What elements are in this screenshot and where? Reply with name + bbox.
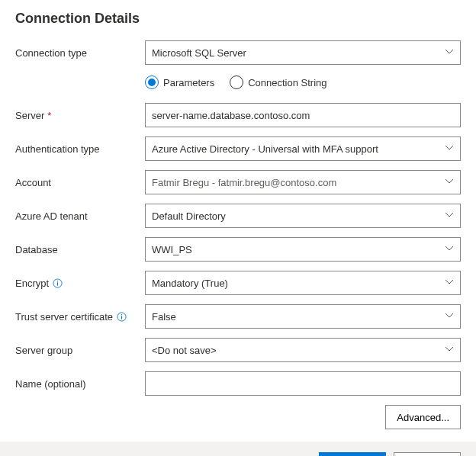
auth-type-value: Azure Active Directory - Universal with … <box>152 143 378 155</box>
chevron-down-icon <box>445 143 454 155</box>
trust-cert-select[interactable]: False <box>145 304 461 329</box>
radio-connection-string-label: Connection String <box>248 77 326 88</box>
name-input[interactable] <box>145 371 461 396</box>
advanced-button[interactable]: Advanced... <box>385 405 461 429</box>
svg-rect-5 <box>121 316 122 319</box>
chevron-down-icon <box>445 177 454 188</box>
required-mark: * <box>47 110 51 121</box>
chevron-down-icon <box>445 311 454 323</box>
chevron-down-icon <box>445 345 454 356</box>
svg-point-1 <box>56 280 57 281</box>
row-server: Server * <box>15 103 461 127</box>
chevron-down-icon <box>445 244 454 255</box>
connection-details-panel: Connection Details Connection type Micro… <box>0 0 476 429</box>
account-select[interactable]: Fatmir Bregu - fatmir.bregu@contoso.com <box>145 170 461 194</box>
tenant-select[interactable]: Default Directory <box>145 204 461 228</box>
info-icon[interactable] <box>116 311 127 322</box>
database-value: WWI_PS <box>152 244 192 255</box>
row-trust-cert: Trust server certificate False <box>15 304 461 329</box>
radio-icon <box>145 75 159 89</box>
label-encrypt-text: Encrypt <box>15 278 49 289</box>
connection-type-value: Microsoft SQL Server <box>152 47 246 59</box>
radio-icon <box>230 75 243 89</box>
tenant-value: Default Directory <box>152 210 226 222</box>
cancel-button[interactable]: Cancel <box>394 452 461 456</box>
chevron-down-icon <box>445 47 454 59</box>
input-mode-radio-group: Parameters Connection String <box>145 74 461 94</box>
label-tenant: Azure AD tenant <box>15 210 145 222</box>
row-name: Name (optional) <box>15 371 461 396</box>
server-group-value: <Do not save> <box>152 345 217 356</box>
chevron-down-icon <box>445 278 454 289</box>
server-input[interactable] <box>145 103 461 127</box>
label-server-group: Server group <box>15 345 145 356</box>
row-database: Database WWI_PS <box>15 237 461 262</box>
encrypt-select[interactable]: Mandatory (True) <box>145 271 461 295</box>
row-tenant: Azure AD tenant Default Directory <box>15 204 461 228</box>
row-input-mode: Parameters Connection String <box>15 74 461 94</box>
label-server-text: Server <box>15 110 44 121</box>
row-encrypt: Encrypt Mandatory (True) <box>15 271 461 295</box>
label-database: Database <box>15 244 145 255</box>
page-title: Connection Details <box>15 11 461 27</box>
svg-rect-2 <box>57 282 58 285</box>
row-auth-type: Authentication type Azure Active Directo… <box>15 136 461 161</box>
label-name: Name (optional) <box>15 378 145 390</box>
label-connection-type: Connection type <box>15 47 145 59</box>
label-account: Account <box>15 177 145 188</box>
chevron-down-icon <box>445 210 454 222</box>
radio-parameters[interactable]: Parameters <box>145 75 214 89</box>
dialog-footer: Connect Cancel <box>0 442 476 456</box>
radio-connection-string[interactable]: Connection String <box>230 75 326 89</box>
label-auth-type: Authentication type <box>15 143 145 155</box>
trust-cert-value: False <box>152 311 176 323</box>
info-icon[interactable] <box>52 278 63 288</box>
encrypt-value: Mandatory (True) <box>152 278 228 289</box>
server-group-select[interactable]: <Do not save> <box>145 338 461 362</box>
connection-type-select[interactable]: Microsoft SQL Server <box>145 40 461 65</box>
svg-point-4 <box>121 313 121 314</box>
label-trust-cert: Trust server certificate <box>15 311 145 323</box>
label-server: Server * <box>15 110 145 121</box>
label-trust-cert-text: Trust server certificate <box>15 311 113 323</box>
row-server-group: Server group <Do not save> <box>15 338 461 362</box>
row-advanced: Advanced... <box>15 405 461 429</box>
account-value: Fatmir Bregu - fatmir.bregu@contoso.com <box>152 177 336 188</box>
row-account: Account Fatmir Bregu - fatmir.bregu@cont… <box>15 170 461 194</box>
radio-parameters-label: Parameters <box>163 77 214 88</box>
row-connection-type: Connection type Microsoft SQL Server <box>15 40 461 65</box>
database-select[interactable]: WWI_PS <box>145 237 461 262</box>
auth-type-select[interactable]: Azure Active Directory - Universal with … <box>145 136 461 161</box>
label-encrypt: Encrypt <box>15 278 145 289</box>
connect-button[interactable]: Connect <box>319 452 386 456</box>
